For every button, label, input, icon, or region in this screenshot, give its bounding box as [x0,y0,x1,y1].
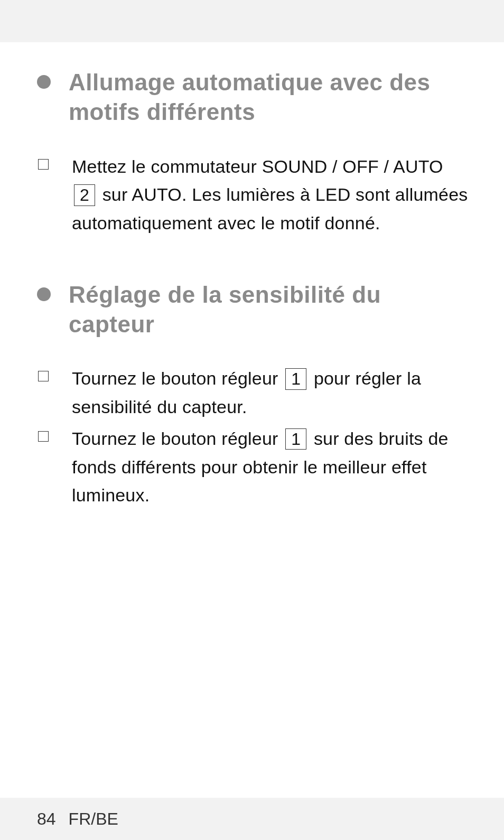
list-item: Mettez le commutateur SOUND / OFF / AUTO… [34,153,470,238]
page-number: 84 [37,809,56,829]
text-pre: Mettez le commutateur SOUND / OFF / AUTO [72,156,443,176]
square-bullet-icon [38,431,49,442]
square-bullet-icon [38,159,49,170]
bullet-disc-icon [37,75,51,89]
page-footer: 84 FR/BE [0,798,504,840]
heading-row: Allumage automatique avec des motifs dif… [34,68,470,127]
item-text: Tournez le bouton régleur 1 pour régler … [72,365,470,421]
text-post: sur AUTO. Les lumières à LED sont allumé… [72,184,468,233]
reference-number: 2 [74,184,95,206]
section-reglage: Réglage de la sensibilité du capteur Tou… [34,280,470,510]
list-item: Tournez le bouton régleur 1 pour régler … [34,365,470,421]
square-bullet-icon [38,371,49,381]
item-text: Mettez le commutateur SOUND / OFF / AUTO… [72,153,470,238]
text-pre: Tournez le bouton régleur [72,368,283,388]
locale-label: FR/BE [69,809,118,829]
bullet-disc-icon [37,287,51,301]
item-text: Tournez le bouton régleur 1 sur des brui… [72,425,470,510]
reference-number: 1 [285,368,306,389]
section-allumage: Allumage automatique avec des motifs dif… [34,68,470,238]
text-pre: Tournez le bouton régleur [72,428,283,449]
list-item: Tournez le bouton régleur 1 sur des brui… [34,425,470,510]
page-content: Allumage automatique avec des motifs dif… [0,42,504,798]
heading-row: Réglage de la sensibilité du capteur [34,280,470,340]
section-heading: Réglage de la sensibilité du capteur [69,280,470,340]
section-heading: Allumage automatique avec des motifs dif… [69,68,470,127]
reference-number: 1 [285,428,306,450]
